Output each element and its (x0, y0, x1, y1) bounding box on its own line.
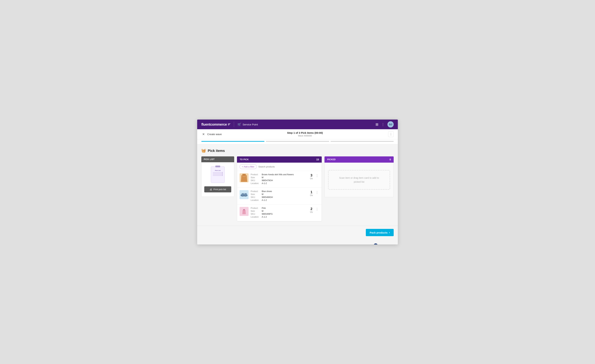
location-label-2: Location: (251, 199, 261, 201)
logo: fluentcommerce (201, 122, 230, 127)
product-thumbnail-2 (240, 190, 248, 199)
pick-list-column: PICK LIST Pick List 🖨 Print pick list (201, 156, 234, 197)
location-field-3: Location: A-1-2 (251, 216, 308, 218)
to-pick-header: TO PICK 15 (237, 156, 322, 163)
size-field-2: Size: M (251, 193, 308, 195)
print-icon: 🖨 (209, 188, 212, 191)
clipboard-clip (215, 165, 220, 167)
sku-field-1: SKU: 9865478GH (251, 179, 308, 182)
cart-icon: 🛒 (237, 122, 241, 126)
qty-label-2: Qty (310, 194, 313, 196)
top-bar-left: fluentcommerce 🛒 Service Point (201, 122, 258, 127)
product-item: Product: Brown Aveda skirt frills and fl… (237, 171, 322, 188)
logo-lines (228, 123, 230, 125)
progress-segment-2 (266, 141, 329, 142)
service-point: 🛒 Service Point (237, 122, 258, 126)
clipboard-line-2 (213, 173, 223, 174)
app-window: fluentcommerce 🛒 Service Point ⊞ ⋮ GJ ✕ … (197, 120, 398, 244)
sku-field-2: SKU: 9865488GH (251, 196, 308, 199)
location-label-3: Location: (251, 216, 261, 218)
top-bar: fluentcommerce 🛒 Service Point ⊞ ⋮ GJ (197, 120, 398, 129)
pick-list-body: Pick List 🖨 Print pick list (201, 162, 234, 197)
to-pick-column: TO PICK 15 + Add a filter (237, 156, 322, 221)
to-pick-label: TO PICK (240, 158, 249, 161)
wave-number: Wave #000000 (287, 135, 323, 137)
logo-line-3 (228, 125, 229, 125)
product-details-3: Product: Pink Size: M SKU: 9865499FG (251, 207, 308, 219)
item-menu-3[interactable]: ⋮ (315, 207, 319, 211)
item-menu-1[interactable]: ⋮ (315, 173, 319, 178)
grid-icon[interactable]: ⊞ (375, 122, 378, 127)
sku-value-3: 9865499FG (262, 213, 273, 215)
header-dots-icon[interactable]: ⋮ (381, 122, 385, 127)
size-value-1: M (262, 176, 263, 179)
size-label: Size: (251, 176, 261, 179)
product-label-2: Product: (251, 190, 261, 193)
search-products-input[interactable] (258, 165, 319, 168)
location-value-1: A-1-2 (262, 182, 267, 185)
print-pick-list-button[interactable]: 🖨 Print pick list (204, 186, 231, 192)
pick-items-title: Pick items (208, 149, 225, 153)
qty-number-1: 3 (311, 173, 312, 177)
size-label-2: Size: (251, 193, 261, 195)
pack-products-button[interactable]: Pack products › (366, 229, 394, 236)
sub-header-left: ✕ Create wave (201, 132, 222, 136)
picked-body: Scan item or drag item card to add to pi… (325, 163, 394, 197)
sub-header-more-button[interactable]: ⋮ (388, 131, 394, 137)
picked-count: 0 (390, 158, 391, 161)
picked-empty-area: Scan item or drag item card to add to pi… (328, 170, 390, 190)
size-value-2: M (262, 193, 263, 195)
sub-header-center: Step 1 of 3 Pick items (00:00) Wave #000… (287, 131, 323, 137)
location-value-2: A-1-2 (262, 199, 267, 201)
sku-label-2: SKU: (251, 196, 261, 199)
sku-label-3: SKU: (251, 213, 261, 215)
top-bar-right: ⊞ ⋮ GJ (375, 121, 394, 128)
progress-segment-3 (331, 141, 394, 142)
close-button[interactable]: ✕ (201, 132, 205, 136)
picked-empty-text: Scan item or drag item card to add to pi… (335, 176, 383, 184)
header-divider (234, 122, 234, 127)
clipboard-line-4 (213, 175, 223, 176)
sku-value-1: 9865478GH (262, 179, 273, 182)
product-details-1: Product: Brown Aveda skirt frills and fl… (251, 173, 308, 185)
pick-items-header: 🧺 Pick items (201, 149, 394, 153)
step-title: Step 1 of 3 Pick items (00:00) (287, 131, 323, 134)
filter-row: + Add a filter (237, 163, 322, 171)
item-menu-2[interactable]: ⋮ (315, 190, 319, 194)
to-pick-body: + Add a filter (237, 163, 322, 221)
picked-label: PICKED (327, 158, 336, 161)
logo-line-1 (228, 123, 230, 124)
product-item-2: Product: Blue shoes Size: M SKU: 9865488… (237, 188, 322, 205)
svg-rect-4 (244, 193, 247, 196)
sku-field-3: SKU: 9865499FG (251, 213, 308, 215)
product-value-3: Pink (262, 207, 266, 209)
progress-segment-1 (201, 141, 264, 142)
product-thumbnail-3 (240, 207, 248, 216)
qty-label-3: Qty (310, 211, 313, 213)
svg-rect-0 (242, 174, 246, 175)
service-point-label: Service Point (243, 123, 258, 126)
location-field-2: Location: A-1-2 (251, 199, 308, 201)
size-field-1: Size: M (251, 176, 308, 179)
picked-header: PICKED 0 (325, 156, 394, 163)
size-field-3: Size: M (251, 210, 308, 212)
qty-number-3: 2 (311, 207, 312, 211)
product-value-2: Blue shoes (262, 190, 272, 193)
columns: PICK LIST Pick List 🖨 Print pick list (201, 156, 394, 221)
product-label-3: Product: (251, 207, 261, 209)
print-btn-label: Print pick list (213, 188, 226, 191)
avatar[interactable]: GJ (387, 121, 394, 128)
pack-products-label: Pack products (370, 231, 387, 234)
location-field-1: Location: A-1-2 (251, 182, 308, 185)
product-thumbnail-1 (240, 173, 248, 182)
basket-icon: 🧺 (201, 149, 206, 153)
product-value-1: Brown Aveda skirt frills and flowers (262, 173, 294, 176)
picked-column: PICKED 0 Scan item or drag item card to … (325, 156, 394, 197)
add-filter-button[interactable]: + Add a filter (240, 164, 257, 169)
clipboard-title: Pick List (213, 170, 223, 171)
bottom-bar: Pack products › (197, 226, 398, 239)
size-label-3: Size: (251, 210, 261, 212)
clipboard-line-1 (213, 172, 223, 173)
logo-line-2 (228, 124, 230, 125)
logo-text: fluentcommerce (201, 122, 227, 127)
